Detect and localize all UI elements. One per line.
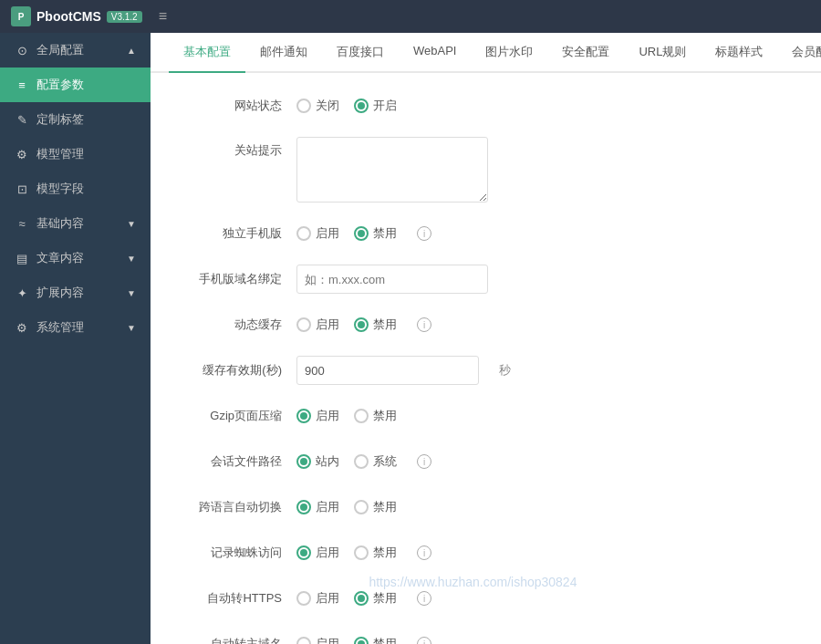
radio-label-ad-disable: 禁用	[373, 636, 397, 644]
menu-icon[interactable]: ≡	[159, 8, 167, 25]
radio-circle-gzip-enable	[296, 409, 311, 423]
dynamic-cache-disable[interactable]: 禁用	[354, 317, 397, 333]
radio-label-enable: 启用	[316, 225, 339, 242]
radio-circle-ml-enable	[296, 500, 311, 514]
multilang-row: 跨语言自动切换 启用 禁用	[178, 493, 794, 522]
tab-basic-config[interactable]: 基本配置	[169, 33, 245, 73]
auto-domain-enable[interactable]: 启用	[296, 636, 339, 644]
radio-circle-local	[296, 454, 311, 469]
sidebar-item-config-params[interactable]: ≡ 配置参数	[0, 68, 151, 102]
close-hint-textarea[interactable]	[296, 137, 488, 203]
multilang-enable[interactable]: 启用	[296, 499, 339, 515]
spider-log-enable[interactable]: 启用	[296, 545, 339, 561]
auto-domain-disable[interactable]: 禁用	[354, 636, 397, 644]
spider-log-radio-group: 启用 禁用	[296, 545, 397, 561]
gzip-row: Gzip页面压缩 启用 禁用	[178, 401, 794, 431]
session-path-control: 站内 系统 i	[296, 453, 794, 470]
cache-expire-control: 秒	[296, 356, 794, 385]
sidebar-item-basic-content[interactable]: ≈ 基础内容 ▼	[0, 206, 151, 241]
spider-log-info-icon[interactable]: i	[417, 545, 431, 560]
sidebar-item-label: 系统管理	[36, 319, 84, 336]
auto-https-row: 自动转HTTPS 启用 禁用 i	[178, 584, 794, 613]
sidebar-item-system-mgmt[interactable]: ⚙ 系统管理 ▼	[0, 310, 151, 345]
website-status-row: 网站状态 关闭 开启	[178, 91, 794, 120]
radio-circle-sl-enable	[296, 545, 311, 560]
auto-https-disable[interactable]: 禁用	[354, 590, 397, 607]
tab-web-api[interactable]: WebAPI	[399, 33, 471, 73]
mobile-version-disable[interactable]: 禁用	[354, 225, 397, 242]
tabs-bar: 基本配置 邮件通知 百度接口 WebAPI 图片水印 安全配置 URL规则 标题…	[151, 33, 821, 73]
sidebar-item-label: 模型管理	[36, 146, 84, 162]
mobile-version-label: 独立手机版	[178, 225, 296, 242]
main-layout: ⊙ 全局配置 ▲ ≡ 配置参数 ✎ 定制标签 ⚙ 模型管理 ⊡ 模型字段 ≈ 基…	[0, 33, 821, 644]
tab-mail-notify[interactable]: 邮件通知	[245, 33, 322, 73]
logo-text: PbootCMS	[36, 9, 101, 24]
gzip-label: Gzip页面压缩	[178, 408, 296, 424]
basic-content-icon: ≈	[15, 217, 29, 231]
tab-member-config[interactable]: 会员配置	[777, 33, 821, 73]
radio-circle-off	[296, 99, 311, 113]
gzip-control: 启用 禁用	[296, 408, 794, 424]
session-path-info-icon[interactable]: i	[417, 454, 431, 469]
session-local[interactable]: 站内	[296, 453, 339, 470]
radio-circle-dc-disable	[354, 317, 369, 332]
multilang-disable[interactable]: 禁用	[354, 499, 397, 515]
sidebar-item-label: 文章内容	[36, 250, 84, 266]
mobile-version-enable[interactable]: 启用	[296, 225, 339, 242]
auto-https-info-icon[interactable]: i	[417, 591, 431, 606]
auto-https-enable[interactable]: 启用	[296, 590, 339, 607]
dynamic-cache-info-icon[interactable]: i	[417, 317, 431, 332]
session-path-label: 会话文件路径	[178, 453, 296, 470]
sidebar-item-custom-tags[interactable]: ✎ 定制标签	[0, 102, 151, 137]
dynamic-cache-radio-group: 启用 禁用	[296, 317, 397, 333]
mobile-domain-input[interactable]	[296, 265, 488, 294]
mobile-domain-row: 手机版域名绑定	[178, 265, 794, 294]
radio-label-gzip-enable: 启用	[316, 408, 339, 424]
cache-expire-suffix: 秒	[499, 362, 511, 379]
tab-security[interactable]: 安全配置	[547, 33, 624, 73]
tab-watermark[interactable]: 图片水印	[471, 33, 547, 73]
mobile-domain-label: 手机版域名绑定	[178, 271, 296, 287]
gzip-radio-group: 启用 禁用	[296, 408, 397, 424]
radio-circle-on	[354, 99, 369, 113]
tab-baidu-api[interactable]: 百度接口	[322, 33, 399, 73]
sidebar-item-extend-content[interactable]: ✦ 扩展内容 ▼	[0, 275, 151, 310]
tab-title-style[interactable]: 标题样式	[701, 33, 777, 73]
sidebar-item-global-config[interactable]: ⊙ 全局配置 ▲	[0, 33, 151, 68]
arrow-icon: ▼	[127, 323, 136, 333]
dynamic-cache-label: 动态缓存	[178, 317, 296, 333]
system-mgmt-icon: ⚙	[15, 321, 29, 335]
sidebar-item-label: 定制标签	[36, 111, 84, 128]
radio-label-sl-enable: 启用	[316, 545, 339, 561]
radio-circle-system	[354, 454, 369, 469]
multilang-control: 启用 禁用	[296, 499, 794, 515]
sidebar-item-article-content[interactable]: ▤ 文章内容 ▼	[0, 241, 151, 275]
sidebar-item-model-fields[interactable]: ⊡ 模型字段	[0, 171, 151, 206]
form-content: 网站状态 关闭 开启 关站提示	[151, 73, 821, 644]
dynamic-cache-enable[interactable]: 启用	[296, 317, 339, 333]
logo-icon: P	[11, 6, 31, 26]
radio-circle-ah-disable	[354, 591, 369, 606]
dynamic-cache-row: 动态缓存 启用 禁用 i	[178, 310, 794, 339]
radio-label-ml-enable: 启用	[316, 499, 339, 515]
gzip-disable[interactable]: 禁用	[354, 408, 397, 424]
sidebar-item-model-mgmt[interactable]: ⚙ 模型管理	[0, 137, 151, 171]
radio-label-disable: 禁用	[373, 225, 397, 242]
sidebar-item-label: 模型字段	[36, 181, 84, 197]
spider-log-disable[interactable]: 禁用	[354, 545, 397, 561]
auto-domain-info-icon[interactable]: i	[417, 637, 431, 644]
website-status-on[interactable]: 开启	[354, 98, 397, 114]
cache-expire-input[interactable]	[296, 356, 479, 385]
radio-circle-gzip-disable	[354, 409, 369, 423]
tab-url-rules[interactable]: URL规则	[624, 33, 701, 73]
radio-circle-dc-enable	[296, 317, 311, 332]
session-system[interactable]: 系统	[354, 453, 397, 470]
website-status-control: 关闭 开启	[296, 98, 794, 114]
mobile-version-info-icon[interactable]: i	[417, 226, 431, 241]
spider-log-control: 启用 禁用 i	[296, 545, 794, 561]
close-hint-label: 关站提示	[178, 137, 296, 159]
radio-label-system: 系统	[373, 453, 397, 470]
website-status-off[interactable]: 关闭	[296, 98, 339, 114]
gzip-enable[interactable]: 启用	[296, 408, 339, 424]
auto-https-label: 自动转HTTPS	[178, 590, 296, 607]
